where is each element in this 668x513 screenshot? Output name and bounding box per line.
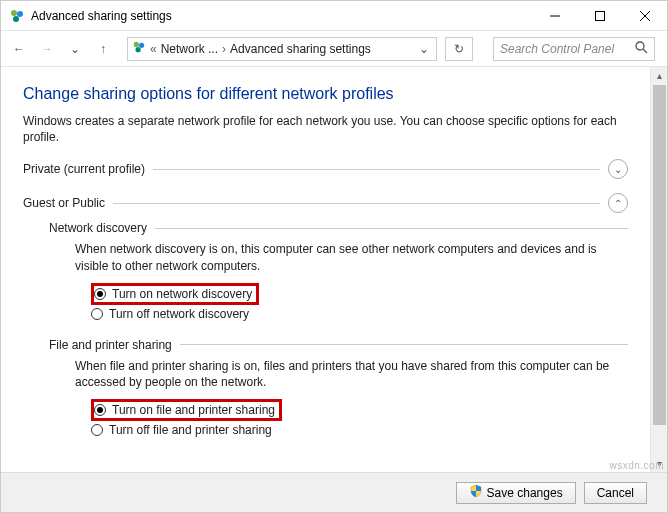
file-printer-desc: When file and printer sharing is on, fil… xyxy=(75,358,628,390)
refresh-button[interactable]: ↻ xyxy=(445,37,473,61)
crumb-sep-icon: « xyxy=(150,42,157,56)
nav-history-dropdown[interactable]: ⌄ xyxy=(63,37,87,61)
shield-icon xyxy=(469,484,483,501)
svg-point-0 xyxy=(11,10,17,16)
watermark: wsxdn.com xyxy=(609,460,664,471)
breadcrumb-item[interactable]: Network ... xyxy=(161,42,218,56)
app-icon xyxy=(9,8,25,24)
radio-fp-off-label[interactable]: Turn off file and printer sharing xyxy=(109,423,272,437)
nav-back-button[interactable]: ← xyxy=(7,37,31,61)
svg-point-10 xyxy=(636,42,644,50)
chevron-right-icon: › xyxy=(222,42,226,56)
save-changes-button[interactable]: Save changes xyxy=(456,482,576,504)
radio-nd-on-label[interactable]: Turn on network discovery xyxy=(112,287,252,301)
radio-fp-on-label[interactable]: Turn on file and printer sharing xyxy=(112,403,275,417)
svg-point-9 xyxy=(136,47,141,52)
network-discovery-heading-row: Network discovery xyxy=(49,221,628,235)
scroll-up-button[interactable]: ▴ xyxy=(651,67,667,84)
minimize-button[interactable] xyxy=(532,1,577,30)
network-discovery-heading: Network discovery xyxy=(49,221,147,235)
network-discovery-desc: When network discovery is on, this compu… xyxy=(75,241,628,273)
chevron-down-icon[interactable]: ⌄ xyxy=(608,159,628,179)
vertical-scrollbar[interactable]: ▴ ▾ xyxy=(650,67,667,472)
content-area: Change sharing options for different net… xyxy=(1,67,650,472)
highlight-box: Turn on network discovery xyxy=(91,283,259,305)
titlebar: Advanced sharing settings xyxy=(1,1,667,31)
profile-guest-label: Guest or Public xyxy=(23,196,105,210)
cancel-button[interactable]: Cancel xyxy=(584,482,647,504)
address-icon xyxy=(132,40,146,57)
radio-nd-off-label[interactable]: Turn off network discovery xyxy=(109,307,249,321)
footer-bar: Save changes Cancel xyxy=(1,472,667,512)
search-icon xyxy=(635,41,648,57)
divider xyxy=(155,228,628,229)
divider xyxy=(180,344,628,345)
search-input[interactable]: Search Control Panel xyxy=(493,37,655,61)
address-bar[interactable]: « Network ... › Advanced sharing setting… xyxy=(127,37,437,61)
svg-point-1 xyxy=(17,11,23,17)
profile-guest-header[interactable]: Guest or Public ⌃ xyxy=(23,193,628,213)
svg-point-7 xyxy=(134,42,139,47)
radio-fp-on[interactable] xyxy=(94,404,106,416)
radio-nd-off[interactable] xyxy=(91,308,103,320)
svg-line-11 xyxy=(643,49,647,53)
cancel-button-label: Cancel xyxy=(597,486,634,500)
file-printer-heading-row: File and printer sharing xyxy=(49,338,628,352)
file-printer-heading: File and printer sharing xyxy=(49,338,172,352)
radio-nd-on[interactable] xyxy=(94,288,106,300)
close-button[interactable] xyxy=(622,1,667,30)
nav-up-button[interactable]: ↑ xyxy=(91,37,115,61)
nav-toolbar: ← → ⌄ ↑ « Network ... › Advanced sharing… xyxy=(1,31,667,67)
divider xyxy=(153,169,600,170)
svg-rect-4 xyxy=(595,11,604,20)
maximize-button[interactable] xyxy=(577,1,622,30)
search-placeholder: Search Control Panel xyxy=(500,42,614,56)
scroll-thumb[interactable] xyxy=(653,85,666,425)
breadcrumb-item[interactable]: Advanced sharing settings xyxy=(230,42,371,56)
profile-private-label: Private (current profile) xyxy=(23,162,145,176)
divider xyxy=(113,203,600,204)
svg-point-8 xyxy=(139,43,144,48)
nav-forward-button[interactable]: → xyxy=(35,37,59,61)
page-intro: Windows creates a separate network profi… xyxy=(23,113,628,145)
radio-fp-off[interactable] xyxy=(91,424,103,436)
address-dropdown[interactable]: ⌄ xyxy=(416,42,432,56)
page-heading: Change sharing options for different net… xyxy=(23,85,628,103)
save-button-label: Save changes xyxy=(487,486,563,500)
profile-private-header[interactable]: Private (current profile) ⌄ xyxy=(23,159,628,179)
highlight-box: Turn on file and printer sharing xyxy=(91,399,282,421)
chevron-up-icon[interactable]: ⌃ xyxy=(608,193,628,213)
svg-point-2 xyxy=(13,16,19,22)
window-title: Advanced sharing settings xyxy=(31,9,172,23)
